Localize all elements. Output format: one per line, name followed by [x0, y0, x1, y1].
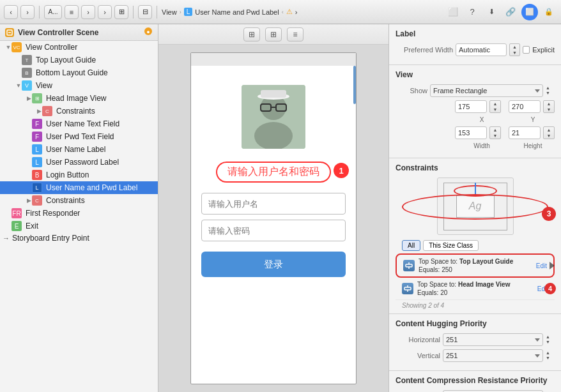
canvas-toolbar: ⊞ ⊞ ≡ [158, 24, 388, 45]
nav-item-view-controller[interactable]: ▼ VC View Controller [0, 41, 158, 54]
h-v-down[interactable]: ▼ [546, 356, 555, 361]
lock-icon[interactable]: 🔒 [541, 4, 557, 20]
explicit-checkbox[interactable] [523, 46, 530, 54]
y-stepper-up[interactable]: ▲ [547, 102, 551, 106]
constraint-1-edit[interactable]: Edit [536, 262, 547, 269]
nav-item-first-responder[interactable]: FR First Responder [0, 207, 158, 220]
preferred-width-row: Preferred Width ▲ ▼ Explicit [396, 43, 555, 56]
breadcrumb-arrow2: ‹ [282, 9, 284, 15]
nav-item-head-image[interactable]: ▶ ⊞ Head Image View [0, 92, 158, 105]
y-stepper[interactable]: ▲ ▼ [543, 100, 555, 113]
hugging-v-select[interactable]: 251 [443, 349, 543, 362]
constraints2-label: Constraints [46, 196, 85, 205]
nav-item-storyboard[interactable]: → Storyboard Entry Point [0, 232, 158, 244]
file-icon-btn[interactable]: A... [44, 5, 62, 19]
tab-size-class[interactable]: This Size Class [423, 240, 479, 251]
nav-header: View Controller Scene ● [0, 24, 158, 41]
h-h-down[interactable]: ▼ [546, 340, 555, 345]
nav-btn1[interactable]: › [81, 5, 95, 19]
hugging-horizontal-row: Horizontal 251 ▲ ▼ [396, 333, 555, 346]
inspector-icon[interactable]: ⬜ [521, 4, 538, 20]
folder-btn[interactable]: ≡ [65, 5, 79, 19]
nav-item-view[interactable]: ▼ V View [0, 79, 158, 92]
grid-btn[interactable]: ⊞ [114, 5, 128, 19]
show-stepper[interactable]: ▲ ▼ [546, 86, 555, 96]
y-input[interactable] [509, 100, 541, 113]
storyboard-label: Storyboard Entry Point [12, 234, 89, 243]
nav-item-login-button[interactable]: B Login Button [0, 169, 158, 181]
help-icon[interactable]: ? [464, 4, 480, 20]
vc-icon: VC [12, 42, 22, 52]
nav-item-username-field[interactable]: F User Name Text Field [0, 117, 158, 130]
y-stepper-down[interactable]: ▼ [547, 107, 551, 112]
nav-item-constraints1[interactable]: ▶ C Constraints [0, 105, 158, 117]
constraint-2-edit[interactable]: Edit [537, 285, 548, 292]
annotation-3-badge: 3 [542, 207, 556, 221]
username-input[interactable] [201, 193, 346, 215]
top-layout-icon: T [22, 55, 32, 65]
nav-item-username-label[interactable]: L User Name Label [0, 143, 158, 156]
show-stepper-up[interactable]: ▲ [546, 86, 555, 91]
main-area: View Controller Scene ● ▼ VC View Contro… [0, 24, 561, 392]
h-h-up[interactable]: ▲ [546, 335, 555, 340]
nav-item-exit[interactable]: E Exit [0, 220, 158, 232]
preferred-width-stepper[interactable]: ▲ ▼ [509, 43, 520, 56]
canvas-tool-3[interactable]: ≡ [287, 27, 304, 41]
label-section: Label Preferred Width ▲ ▼ Explicit [389, 24, 561, 65]
breadcrumb-warning[interactable]: ⚠ [286, 8, 293, 16]
breadcrumb-view[interactable]: View [162, 8, 177, 16]
hugging-h-stepper[interactable]: ▲ ▼ [546, 335, 555, 345]
show-stepper-down[interactable]: ▼ [546, 91, 555, 96]
tab-all[interactable]: All [402, 240, 420, 251]
nav-item-selected-label[interactable]: L User Name and Pwd Label [0, 181, 158, 194]
password-input[interactable] [201, 220, 346, 241]
x-stepper-down[interactable]: ▼ [493, 107, 498, 112]
nav-item-bottom-layout[interactable]: B Bottom Layout Guide [0, 66, 158, 79]
nav-item-pwd-field[interactable]: F User Pwd Text Field [0, 130, 158, 143]
forward-button[interactable]: › [20, 5, 35, 19]
vc-label: View Controller [26, 43, 77, 52]
width-input[interactable] [455, 126, 487, 139]
canvas-tool-1[interactable]: ⊞ [243, 27, 260, 41]
h-stepper-down[interactable]: ▼ [547, 133, 551, 138]
canvas-tool-2[interactable]: ⊞ [265, 27, 282, 41]
show-select[interactable]: Frame Rectangle [430, 84, 543, 97]
h-v-up[interactable]: ▲ [546, 351, 555, 356]
hugging-v-stepper[interactable]: ▲ ▼ [546, 351, 555, 361]
stepper-up[interactable]: ▲ [512, 45, 517, 49]
h-stepper[interactable]: ▲ ▼ [543, 126, 555, 139]
link-icon[interactable]: 🔗 [502, 4, 519, 20]
height-input[interactable] [509, 126, 541, 139]
svg-rect-12 [406, 264, 412, 267]
w-stepper-down[interactable]: ▼ [493, 133, 498, 138]
nav-item-constraints2[interactable]: ▶ C Constraints [0, 194, 158, 207]
x-stepper-up[interactable]: ▲ [493, 102, 498, 106]
back-button[interactable]: ‹ [4, 5, 18, 19]
breadcrumb-label-icon[interactable]: L [184, 8, 193, 16]
breadcrumb-full-label[interactable]: User Name and Pwd Label [195, 8, 279, 16]
canvas-area: ⊞ ⊞ ≡ [158, 24, 388, 392]
ios-status-bar [191, 53, 356, 66]
square-btn[interactable]: ⊟ [138, 5, 152, 19]
username-label-text: User Name Label [46, 145, 105, 154]
x-stepper[interactable]: ▲ ▼ [489, 100, 501, 113]
nav-item-top-layout[interactable]: T Top Layout Guide [0, 54, 158, 66]
fr-icon: FR [12, 208, 22, 218]
download-icon[interactable]: ⬇ [483, 4, 500, 20]
stepper-down[interactable]: ▼ [512, 50, 517, 55]
w-stepper[interactable]: ▲ ▼ [489, 126, 501, 139]
hugging-h-select[interactable]: 251 [443, 333, 543, 346]
x-input[interactable] [455, 100, 487, 113]
constraint-2-line2: Equals: 20 [417, 289, 447, 296]
new-file-icon[interactable]: ⬜ [445, 4, 461, 20]
nav-item-userpwd-label[interactable]: L User Password Label [0, 156, 158, 169]
login-button[interactable]: 登录 [201, 252, 346, 277]
nav-btn2[interactable]: › [98, 5, 112, 19]
breadcrumb-next[interactable]: › [295, 8, 298, 16]
preferred-width-input[interactable] [456, 43, 507, 56]
view-section: View Show Frame Rectangle ▲ ▼ ▲ ▼ [389, 65, 561, 158]
username-field-icon: F [32, 119, 42, 129]
h-stepper-up[interactable]: ▲ [547, 128, 551, 132]
scroll-indicator[interactable] [353, 66, 356, 104]
w-stepper-up[interactable]: ▲ [493, 128, 498, 132]
